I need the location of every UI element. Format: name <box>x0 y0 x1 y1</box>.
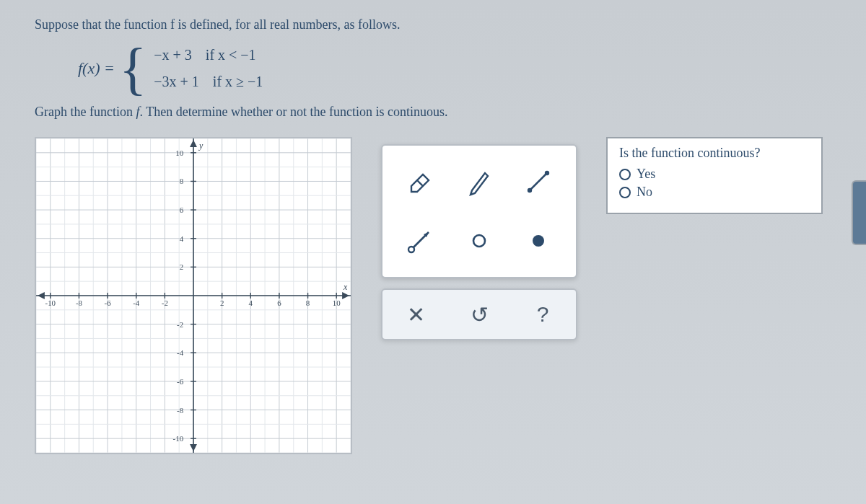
open-point-icon[interactable] <box>456 218 502 264</box>
y-axis-label: y <box>198 141 204 151</box>
svg-text:4: 4 <box>249 299 253 307</box>
svg-text:4: 4 <box>180 234 184 243</box>
svg-text:10: 10 <box>333 299 341 307</box>
svg-text:10: 10 <box>175 149 183 157</box>
action-panel: ✕ ↺ ? <box>381 288 577 340</box>
radio-icon <box>619 187 631 198</box>
svg-text:-2: -2 <box>177 320 183 329</box>
svg-text:2: 2 <box>180 262 183 271</box>
svg-text:6: 6 <box>180 205 184 214</box>
option-no[interactable]: No <box>619 185 810 200</box>
graph-prompt: Graph the function f. Then determine whe… <box>35 105 831 120</box>
svg-marker-50 <box>190 140 197 147</box>
svg-text:-2: -2 <box>162 299 168 307</box>
svg-text:8: 8 <box>306 299 310 307</box>
svg-point-97 <box>408 247 414 252</box>
piecewise-formula: f(x) = { −x + 3 if x < −1 −3x + 1 if x ≥… <box>78 47 831 90</box>
drawing-tools-panel <box>381 144 577 278</box>
svg-text:-6: -6 <box>105 299 112 307</box>
radio-icon <box>619 169 631 180</box>
svg-text:-8: -8 <box>177 406 184 415</box>
piece1-expr: −x + 3 <box>154 47 192 63</box>
brace: { <box>119 48 146 89</box>
help-button[interactable]: ? <box>523 300 562 329</box>
toolbox: ✕ ↺ ? <box>381 144 577 340</box>
graph-canvas[interactable]: x y -10-8-6-4-2246810-10-8-6-4-2246810 <box>35 137 352 454</box>
svg-text:-10: -10 <box>45 299 56 307</box>
svg-text:-10: -10 <box>173 434 184 443</box>
svg-point-95 <box>545 171 549 175</box>
pencil-icon[interactable] <box>456 159 502 205</box>
svg-marker-48 <box>342 292 349 299</box>
piece2-expr: −3x + 1 <box>154 74 199 89</box>
svg-text:6: 6 <box>277 299 281 307</box>
segment-closed-icon[interactable] <box>515 159 561 205</box>
svg-text:2: 2 <box>220 299 224 307</box>
undo-button[interactable]: ↺ <box>460 300 499 329</box>
question-title: Is the function continuous? <box>619 146 810 161</box>
svg-point-99 <box>473 235 485 247</box>
svg-marker-51 <box>190 444 197 451</box>
svg-text:-8: -8 <box>76 299 83 307</box>
svg-text:-4: -4 <box>177 348 184 357</box>
option-yes-label: Yes <box>637 167 655 182</box>
svg-line-92 <box>417 180 423 186</box>
svg-text:-4: -4 <box>133 299 140 307</box>
grid-svg: x y -10-8-6-4-2246810-10-8-6-4-2246810 <box>36 138 351 453</box>
x-axis-label: x <box>343 282 348 292</box>
svg-line-93 <box>530 173 547 190</box>
svg-marker-49 <box>38 292 45 299</box>
ray-open-start-icon[interactable] <box>397 218 443 264</box>
option-yes[interactable]: Yes <box>619 167 810 182</box>
svg-text:8: 8 <box>180 177 184 185</box>
option-no-label: No <box>637 185 652 200</box>
piece2-cond: if x ≥ −1 <box>213 74 263 89</box>
continuity-question: Is the function continuous? Yes No <box>606 137 823 214</box>
piece1-cond: if x < −1 <box>206 47 256 63</box>
svg-point-100 <box>533 235 544 247</box>
closed-point-icon[interactable] <box>515 218 561 264</box>
side-tab[interactable] <box>852 180 866 245</box>
svg-text:-6: -6 <box>177 377 184 386</box>
intro-text: Suppose that the function f is defined, … <box>35 17 831 32</box>
piece-1: −x + 3 if x < −1 <box>154 47 263 63</box>
eraser-icon[interactable] <box>397 159 443 205</box>
svg-point-94 <box>528 188 532 193</box>
clear-button[interactable]: ✕ <box>396 300 435 329</box>
piece-2: −3x + 1 if x ≥ −1 <box>154 74 263 90</box>
formula-lhs: f(x) = <box>78 59 115 78</box>
